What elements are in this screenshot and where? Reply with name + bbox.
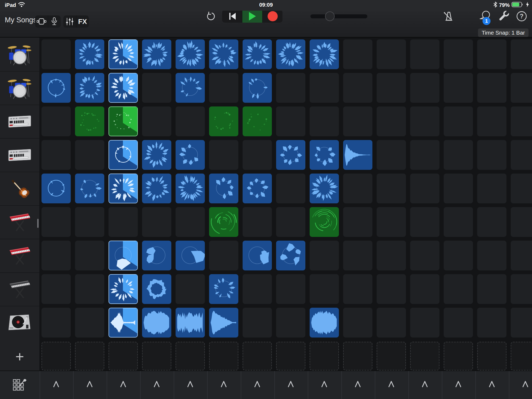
microphone-icon[interactable] (48, 15, 61, 28)
empty-cell[interactable] (377, 39, 406, 69)
level-faders-icon[interactable] (63, 15, 76, 28)
empty-cell[interactable] (75, 207, 104, 237)
empty-cell[interactable] (477, 274, 506, 304)
metronome-icon[interactable] (442, 10, 455, 22)
track-icon-drum-kit[interactable] (0, 71, 39, 104)
loop-cell[interactable] (176, 174, 205, 203)
empty-cell[interactable] (410, 140, 439, 170)
loop-cell[interactable] (109, 241, 138, 270)
grid-edit-icon[interactable] (0, 371, 39, 399)
empty-cell[interactable] (343, 308, 372, 338)
empty-cell[interactable] (209, 140, 238, 170)
empty-cell[interactable] (377, 106, 406, 136)
loop-cell[interactable] (276, 140, 305, 170)
empty-cell[interactable] (410, 39, 439, 69)
empty-new-row-cell[interactable] (243, 342, 272, 371)
empty-cell[interactable] (310, 274, 339, 304)
empty-cell[interactable] (41, 207, 71, 237)
empty-cell[interactable] (310, 106, 339, 136)
empty-cell[interactable] (377, 174, 406, 203)
play-icon[interactable] (242, 10, 262, 23)
loop-cell[interactable] (176, 308, 205, 338)
empty-new-row-cell[interactable] (209, 342, 238, 371)
empty-cell[interactable] (276, 106, 305, 136)
chevron-up-icon[interactable] (486, 378, 498, 390)
loop-cell[interactable] (109, 73, 138, 103)
empty-new-row-cell[interactable] (511, 342, 532, 371)
loop-cell[interactable] (209, 39, 238, 69)
empty-cell[interactable] (41, 39, 71, 69)
empty-cell[interactable] (243, 308, 272, 338)
empty-cell[interactable] (377, 241, 406, 270)
loop-cell[interactable] (109, 308, 138, 338)
loop-cell[interactable] (310, 140, 339, 170)
fx-button[interactable]: FX (76, 15, 89, 28)
loop-cell[interactable] (142, 274, 171, 304)
loop-cell[interactable] (343, 140, 372, 170)
chevron-up-icon[interactable] (385, 378, 397, 390)
empty-new-row-cell[interactable] (41, 342, 71, 371)
empty-cell[interactable] (41, 308, 71, 338)
empty-cell[interactable] (511, 106, 532, 136)
loop-cell[interactable] (41, 73, 71, 103)
record-icon[interactable] (262, 10, 282, 23)
empty-cell[interactable] (410, 207, 439, 237)
loop-cell[interactable] (176, 39, 205, 69)
empty-cell[interactable] (343, 274, 372, 304)
empty-cell[interactable] (511, 174, 532, 203)
empty-cell[interactable] (41, 140, 71, 170)
empty-cell[interactable] (444, 308, 473, 338)
track-icon-drum-kit[interactable] (0, 38, 39, 71)
empty-cell[interactable] (511, 207, 532, 237)
empty-new-row-cell[interactable] (176, 342, 205, 371)
empty-cell[interactable] (410, 174, 439, 203)
loop-cell[interactable] (243, 174, 272, 203)
sidebar-scroll-indicator[interactable] (37, 219, 39, 228)
chevron-up-icon[interactable] (184, 378, 196, 390)
chevron-up-icon[interactable] (452, 378, 464, 390)
loop-cell[interactable] (75, 106, 104, 136)
empty-cell[interactable] (444, 207, 473, 237)
loop-cell[interactable] (209, 207, 238, 237)
loop-cell[interactable] (276, 241, 305, 270)
empty-new-row-cell[interactable] (410, 342, 439, 371)
empty-cell[interactable] (444, 106, 473, 136)
empty-cell[interactable] (343, 73, 372, 103)
empty-cell[interactable] (444, 241, 473, 270)
skip-to-start-icon[interactable] (222, 10, 242, 23)
loop-cell[interactable] (276, 39, 305, 69)
loop-cell[interactable] (243, 241, 272, 270)
empty-cell[interactable] (75, 241, 104, 270)
empty-cell[interactable] (343, 39, 372, 69)
song-position-slider[interactable] (310, 14, 367, 18)
loop-cell[interactable] (75, 174, 104, 203)
empty-cell[interactable] (444, 140, 473, 170)
empty-cell[interactable] (377, 140, 406, 170)
empty-cell[interactable] (477, 106, 506, 136)
loop-cell[interactable] (109, 140, 138, 170)
track-icon-drum-machine[interactable] (0, 105, 39, 138)
loop-cell[interactable] (109, 106, 138, 136)
loop-cell[interactable] (310, 207, 339, 237)
empty-cell[interactable] (142, 106, 171, 136)
loop-cell[interactable] (310, 308, 339, 338)
empty-new-row-cell[interactable] (444, 342, 473, 371)
empty-cell[interactable] (377, 207, 406, 237)
empty-cell[interactable] (377, 308, 406, 338)
loop-cell[interactable] (142, 140, 171, 170)
loop-cell[interactable] (142, 241, 171, 270)
track-icon-turntable[interactable] (0, 306, 39, 339)
empty-new-row-cell[interactable] (142, 342, 171, 371)
empty-new-row-cell[interactable] (477, 342, 506, 371)
empty-cell[interactable] (444, 174, 473, 203)
chevron-up-icon[interactable] (151, 378, 163, 390)
slider-knob[interactable] (325, 11, 335, 21)
empty-cell[interactable] (410, 241, 439, 270)
empty-cell[interactable] (41, 241, 71, 270)
empty-cell[interactable] (511, 274, 532, 304)
loop-cell[interactable] (209, 174, 238, 203)
empty-cell[interactable] (444, 274, 473, 304)
empty-cell[interactable] (410, 106, 439, 136)
empty-cell[interactable] (343, 106, 372, 136)
empty-cell[interactable] (477, 308, 506, 338)
